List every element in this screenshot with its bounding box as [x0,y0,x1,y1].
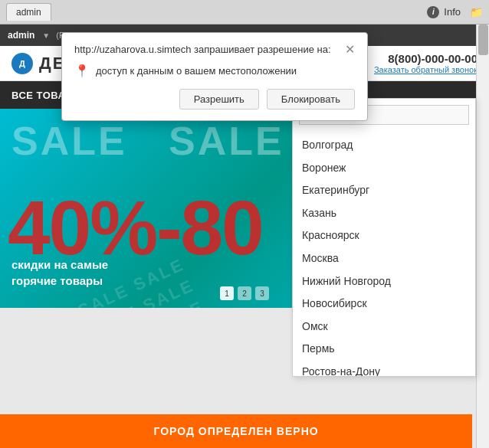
dialog-close-button[interactable]: ✕ [345,44,355,56]
main-scrollbar[interactable] [476,25,489,448]
city-list-item[interactable]: Москва [293,247,475,270]
dialog-buttons: Разрешить Блокировать [74,89,355,110]
sale-dot-2[interactable]: 2 [238,286,251,300]
site-logo: Д [11,53,33,74]
browser-tab[interactable]: admin [6,3,51,21]
browser-content: admin ▼ (Р)▾ Д ДЕМ 8(800)-000-00-00 Зака… [0,25,489,448]
dialog-location-row: 📍 доступ к данным о вашем местоположении [74,64,355,78]
info-label[interactable]: Info [444,6,461,18]
sale-text-left: SALE [11,118,127,164]
allow-button[interactable]: Разрешить [179,89,259,110]
sale-text-right: SALE [169,118,284,164]
dialog-location-text: доступ к данным о вашем местоположении [96,65,297,77]
city-confirm-text: ГОРОД ОПРЕДЕЛЕН ВЕРНО [153,425,318,437]
city-list-item[interactable]: Воронеж [293,157,475,180]
site-phone-area: 8(800)-000-00-00 Заказать обратный звоно… [374,52,478,74]
scrollbar-thumb[interactable] [478,25,488,55]
block-button[interactable]: Блокировать [267,89,355,110]
site-phone: 8(800)-000-00-00 [374,52,478,65]
sale-percent: 40%-80 [8,189,263,266]
city-list-item[interactable]: Екатеринбург [293,179,475,202]
city-list: ВолгоградВоронежЕкатеринбургКазаньКрасно… [293,131,475,376]
city-list-item[interactable]: Новосибирск [293,293,475,316]
admin-arrow: ▼ [42,31,50,40]
sale-pagination: 1 2 3 [220,286,269,300]
city-list-item[interactable]: Пермь [293,338,475,361]
info-icon: i [427,6,439,18]
admin-label: admin [8,30,34,41]
site-callback[interactable]: Заказать обратный звонок [374,65,478,74]
city-dropdown: ВолгоградВоронежЕкатеринбургКазаньКрасно… [292,98,476,377]
city-list-item[interactable]: Красноярск [293,224,475,247]
city-list-item[interactable]: Нижний Новгород [293,270,475,293]
city-list-item[interactable]: Омск [293,316,475,338]
location-pin-icon: 📍 [74,64,90,78]
folder-icon[interactable]: 📁 [470,6,483,18]
city-confirm-button[interactable]: ГОРОД ОПРЕДЕЛЕН ВЕРНО [0,414,472,448]
browser-bar: admin i Info 📁 [0,0,489,25]
sale-caption: скидки на самые горячие товары [11,257,108,289]
dialog-title: http://uzaharova.u.simtech запрашивает р… [74,44,337,55]
dialog-header: http://uzaharova.u.simtech запрашивает р… [74,44,355,56]
sale-dot-1[interactable]: 1 [220,286,234,300]
sale-dot-3[interactable]: 3 [255,286,269,300]
city-list-item[interactable]: Ростов-на-Дону [293,361,475,376]
city-list-item[interactable]: Казань [293,202,475,225]
city-list-item[interactable]: Волгоград [293,134,475,157]
permission-dialog: http://uzaharova.u.simtech запрашивает р… [61,32,368,121]
